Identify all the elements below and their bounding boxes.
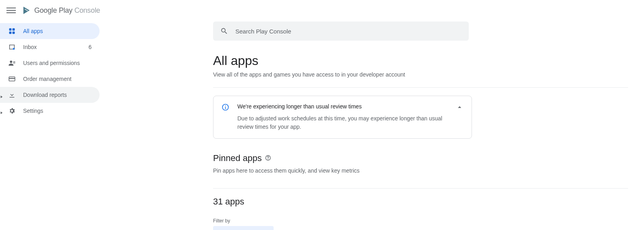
pinned-heading-text: Pinned apps bbox=[213, 153, 262, 163]
svg-rect-1 bbox=[13, 28, 15, 30]
divider bbox=[213, 87, 628, 88]
sidebar-item-label: All apps bbox=[23, 28, 95, 34]
search-bar[interactable] bbox=[213, 22, 469, 41]
sidebar-item-label: Users and permissions bbox=[23, 60, 95, 66]
inbox-count-badge: 6 bbox=[88, 44, 95, 50]
pinned-apps-subtitle: Pin apps here to access them quickly, an… bbox=[213, 167, 628, 174]
sidebar-item-settings[interactable]: Settings bbox=[0, 103, 100, 119]
svg-point-5 bbox=[10, 61, 12, 63]
svg-rect-3 bbox=[13, 32, 15, 34]
sidebar-item-label: Download reports bbox=[23, 92, 95, 98]
sidebar-item-label: Inbox bbox=[23, 44, 88, 50]
app-header: Google Play Console bbox=[0, 0, 644, 21]
users-icon bbox=[8, 59, 16, 67]
menu-icon[interactable] bbox=[6, 6, 16, 15]
download-icon bbox=[8, 91, 16, 99]
app-count-heading: 31 apps bbox=[213, 197, 628, 207]
filter-select[interactable]: All bbox=[213, 226, 274, 230]
sidebar-item-label: Order management bbox=[23, 76, 95, 82]
svg-rect-0 bbox=[9, 28, 11, 30]
credit-card-icon bbox=[8, 75, 16, 83]
sidebar-item-order-management[interactable]: Order management bbox=[0, 71, 100, 87]
search-input[interactable] bbox=[235, 28, 462, 35]
search-icon bbox=[220, 27, 228, 35]
svg-rect-2 bbox=[9, 32, 11, 34]
notice-body: Due to adjusted work schedules at this t… bbox=[237, 114, 448, 131]
svg-rect-7 bbox=[13, 63, 15, 63]
svg-rect-6 bbox=[13, 61, 15, 62]
page-title: All apps bbox=[213, 53, 628, 68]
chevron-right-icon bbox=[0, 109, 3, 112]
sidebar-item-inbox[interactable]: Inbox 6 bbox=[0, 39, 100, 55]
sidebar-item-users-permissions[interactable]: Users and permissions bbox=[0, 55, 100, 71]
help-icon[interactable] bbox=[265, 153, 271, 163]
sidebar-item-all-apps[interactable]: All apps bbox=[0, 23, 100, 39]
play-logo-icon bbox=[22, 6, 31, 15]
apps-grid-icon bbox=[8, 27, 16, 35]
svg-point-11 bbox=[268, 159, 268, 159]
gear-icon bbox=[8, 107, 16, 115]
divider bbox=[213, 188, 628, 189]
sidebar-item-label: Settings bbox=[23, 108, 95, 114]
chevron-right-icon bbox=[0, 93, 3, 96]
pinned-apps-heading: Pinned apps bbox=[213, 153, 628, 163]
notice-card: We're experiencing longer than usual rev… bbox=[213, 96, 472, 139]
svg-point-4 bbox=[13, 48, 15, 50]
brand-logo[interactable]: Google Play Console bbox=[22, 6, 100, 15]
svg-rect-9 bbox=[9, 78, 15, 79]
page-subtitle: View all of the apps and games you have … bbox=[213, 71, 628, 78]
info-icon bbox=[221, 103, 229, 111]
sidebar-item-download-reports[interactable]: Download reports bbox=[0, 87, 100, 103]
notice-title: We're experiencing longer than usual rev… bbox=[237, 103, 448, 110]
filter-label: Filter by bbox=[213, 218, 628, 224]
inbox-icon bbox=[8, 43, 16, 51]
brand-text: Google Play Console bbox=[34, 6, 100, 15]
chevron-up-icon[interactable] bbox=[456, 103, 464, 131]
